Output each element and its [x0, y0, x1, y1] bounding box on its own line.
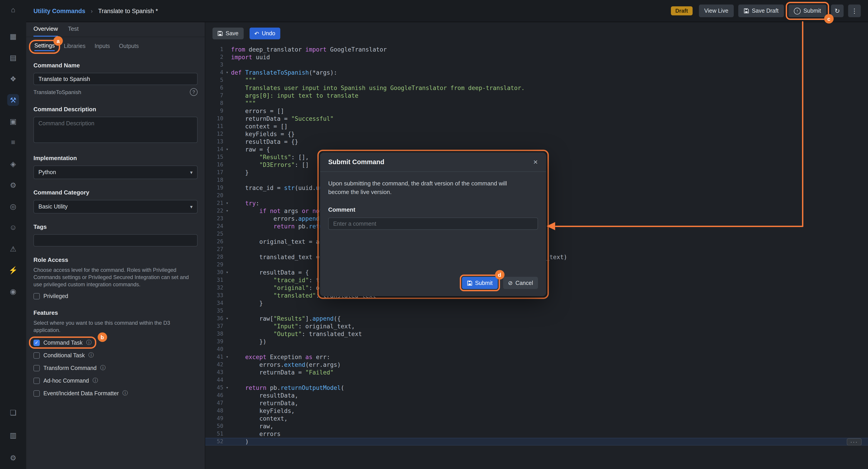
- info-icon[interactable]: ⓘ: [100, 364, 105, 372]
- command-name-input[interactable]: [33, 73, 197, 85]
- fold-chevron-icon[interactable]: ▾: [223, 269, 231, 276]
- fold-chevron-icon[interactable]: ▾: [223, 146, 231, 153]
- integrations-icon[interactable]: ❖: [7, 73, 19, 85]
- code-line[interactable]: 47 returnData,: [205, 399, 868, 407]
- code-line[interactable]: 10 returnData = "Successful": [205, 115, 868, 123]
- files-icon[interactable]: ▥: [7, 429, 19, 441]
- tags-input[interactable]: [33, 234, 197, 246]
- connections-icon[interactable]: ◎: [7, 200, 19, 212]
- modal-submit-button[interactable]: Submit: [462, 277, 498, 289]
- alerts-icon[interactable]: ⚠: [7, 243, 19, 255]
- code-line[interactable]: 34 }: [205, 299, 868, 307]
- code-line[interactable]: 5 """: [205, 77, 868, 84]
- code-line[interactable]: 9 errors = []: [205, 107, 868, 115]
- subtab-settings[interactable]: Settings: [34, 42, 55, 51]
- command-category-select[interactable]: Basic Utility ▾: [33, 200, 197, 213]
- feature-checkbox-ad-hoc-command[interactable]: [33, 377, 40, 384]
- code-line[interactable]: 6 Translates user input into Spanish usi…: [205, 84, 868, 92]
- schedule-icon[interactable]: ▣: [7, 115, 19, 127]
- code-line[interactable]: 13 resultData = {}: [205, 138, 868, 146]
- save-button[interactable]: Save: [213, 28, 243, 39]
- code-line[interactable]: 1from deep_translator import GoogleTrans…: [205, 46, 868, 53]
- feature-checkbox-conditional-task[interactable]: [33, 352, 40, 358]
- fold-chevron-icon[interactable]: ▾: [223, 69, 231, 77]
- editor-more-button[interactable]: ···: [847, 438, 862, 445]
- code-line[interactable]: 8 """: [205, 99, 868, 107]
- code-line[interactable]: 39 }): [205, 338, 868, 346]
- playbooks-icon[interactable]: ◈: [7, 158, 19, 170]
- fold-chevron-icon[interactable]: ▾: [223, 384, 231, 392]
- modal-cancel-button[interactable]: ⊘ Cancel: [503, 277, 538, 289]
- code-line[interactable]: 12 keyFields = {}: [205, 130, 868, 138]
- implementation-select[interactable]: Python ▾: [33, 166, 197, 179]
- code-line[interactable]: 40: [205, 346, 868, 353]
- code-line[interactable]: 42 errors.extend(err.args): [205, 361, 868, 369]
- code-line[interactable]: 45▾ return pb.returnOutputModel(: [205, 384, 868, 392]
- comment-input[interactable]: [328, 217, 538, 230]
- feature-checkbox-event-incident-data-formatter[interactable]: [33, 390, 40, 397]
- info-icon[interactable]: ⓘ: [86, 339, 92, 346]
- close-icon[interactable]: ✕: [533, 158, 538, 165]
- code-line[interactable]: 37 "Input": original_text,: [205, 322, 868, 330]
- code-line[interactable]: 48 keyFields,: [205, 407, 868, 415]
- info-icon[interactable]: ⓘ: [88, 351, 94, 359]
- users-icon[interactable]: ☺: [7, 222, 19, 233]
- feature-checkbox-transform-command[interactable]: [33, 365, 40, 371]
- fold-chevron-icon[interactable]: ▾: [223, 353, 231, 361]
- code-line[interactable]: 44: [205, 376, 868, 384]
- save-draft-button[interactable]: Save Draft: [738, 4, 784, 17]
- code-text: "Output": translated_text: [231, 330, 868, 338]
- code-line[interactable]: 4▾def TranslateToSpanish(*args):: [205, 69, 868, 77]
- code-line[interactable]: 41▾ except Exception as err:: [205, 353, 868, 361]
- feature-checkbox-command-task[interactable]: ✓: [33, 340, 40, 346]
- info-icon[interactable]: ⓘ: [93, 377, 98, 384]
- code-line[interactable]: 7 args[0]: input text to translate: [205, 92, 868, 99]
- code-line[interactable]: 43 returnData = "Failed": [205, 369, 868, 376]
- history-button[interactable]: ↻: [831, 4, 844, 17]
- view-live-button[interactable]: View Live: [699, 4, 734, 17]
- documents-icon[interactable]: ❏: [7, 407, 19, 418]
- line-number: 13: [205, 138, 223, 146]
- utility-commands-icon[interactable]: ⚒: [7, 94, 19, 106]
- code-line[interactable]: 35: [205, 307, 868, 315]
- fold-chevron-icon[interactable]: ▾: [223, 207, 231, 215]
- help-icon[interactable]: ?: [190, 88, 197, 96]
- code-line[interactable]: 36▾ raw["Results"].append({: [205, 315, 868, 322]
- settings-icon[interactable]: ⚙: [7, 179, 19, 191]
- code-line[interactable]: 3: [205, 61, 868, 69]
- fold-spacer: [223, 123, 231, 130]
- subtab-inputs[interactable]: Inputs: [94, 43, 110, 51]
- code-line[interactable]: 38 "Output": translated_text: [205, 330, 868, 338]
- code-line[interactable]: 2import uuid: [205, 53, 868, 61]
- tasks-icon[interactable]: ▤: [7, 52, 19, 63]
- submit-button[interactable]: ↑ Submit: [788, 4, 827, 17]
- tab-overview[interactable]: Overview: [33, 22, 58, 37]
- more-menu-button[interactable]: ⋮: [848, 4, 861, 17]
- undo-button[interactable]: ↶ Undo: [249, 28, 280, 39]
- home-icon[interactable]: ⌂: [7, 4, 19, 16]
- automation-icon[interactable]: ⚡: [7, 264, 19, 276]
- identity-icon[interactable]: ◉: [7, 285, 19, 297]
- code-line[interactable]: 50 raw,: [205, 422, 868, 430]
- tab-test[interactable]: Test: [68, 22, 79, 37]
- privileged-checkbox[interactable]: [33, 293, 40, 299]
- code-line[interactable]: 52 ): [205, 438, 868, 445]
- subtab-outputs[interactable]: Outputs: [119, 43, 139, 51]
- feature-label: Command Task: [43, 340, 83, 346]
- fold-chevron-icon[interactable]: ▾: [223, 315, 231, 322]
- code-line[interactable]: 11 context = []: [205, 123, 868, 130]
- chevron-down-icon: ▾: [190, 204, 193, 210]
- code-line[interactable]: 46 resultData,: [205, 392, 868, 399]
- code-line[interactable]: 51 errors: [205, 430, 868, 438]
- code-line[interactable]: 49 context,: [205, 415, 868, 422]
- fold-spacer: [223, 192, 231, 200]
- system-settings-icon[interactable]: ⚙: [7, 452, 19, 464]
- fold-chevron-icon[interactable]: ▾: [223, 200, 231, 207]
- data-sources-icon[interactable]: ≡: [7, 137, 19, 148]
- breadcrumb-root-link[interactable]: Utility Commands: [33, 7, 86, 14]
- subtab-libraries[interactable]: Libraries: [64, 43, 86, 51]
- info-icon[interactable]: ⓘ: [123, 389, 128, 397]
- command-description-input[interactable]: [33, 117, 197, 143]
- dashboard-icon[interactable]: ▦: [7, 30, 19, 42]
- code-text: def TranslateToSpanish(*args):: [231, 69, 868, 77]
